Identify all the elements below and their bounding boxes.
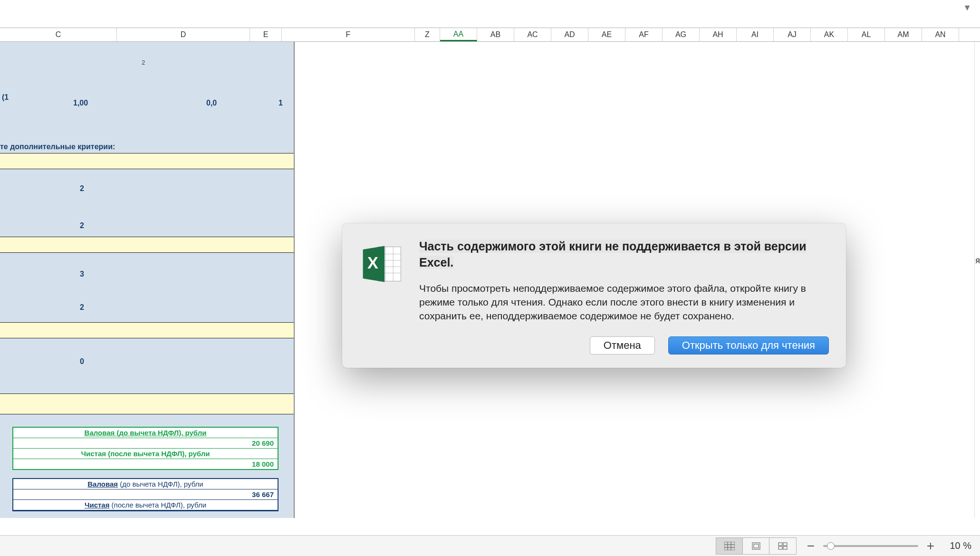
zoom-slider[interactable] bbox=[823, 545, 918, 547]
svg-rect-14 bbox=[752, 543, 760, 549]
svg-rect-15 bbox=[754, 544, 759, 548]
pagebreak-view-button[interactable] bbox=[769, 538, 796, 554]
zoom-value[interactable]: 10 % bbox=[943, 540, 971, 551]
cancel-button[interactable]: Отмена bbox=[590, 336, 655, 355]
open-readonly-button[interactable]: Открыть только для чтения bbox=[668, 336, 829, 355]
svg-rect-18 bbox=[778, 546, 782, 549]
svg-rect-9 bbox=[724, 542, 735, 550]
view-buttons bbox=[716, 537, 797, 555]
dialog-message: Чтобы просмотреть неподдерживаемое содер… bbox=[419, 281, 829, 323]
unsupported-content-dialog: X Часть содержимого этой книги не поддер… bbox=[342, 223, 846, 368]
svg-rect-16 bbox=[778, 543, 782, 546]
zoom-slider-thumb[interactable] bbox=[827, 542, 835, 550]
zoom-control: − + 10 % bbox=[805, 540, 971, 552]
zoom-in-button[interactable]: + bbox=[925, 540, 936, 552]
normal-view-button[interactable] bbox=[716, 538, 743, 554]
zoom-out-button[interactable]: − bbox=[805, 540, 817, 552]
svg-text:X: X bbox=[367, 254, 378, 272]
dialog-backdrop: X Часть содержимого этой книги не поддер… bbox=[0, 0, 980, 556]
svg-rect-17 bbox=[783, 543, 787, 546]
page-layout-view-button[interactable] bbox=[743, 538, 769, 554]
statusbar: − + 10 % bbox=[0, 535, 980, 556]
dialog-title: Часть содержимого этой книги не поддержи… bbox=[419, 240, 807, 269]
svg-rect-19 bbox=[783, 546, 787, 549]
excel-icon: X bbox=[359, 239, 407, 355]
